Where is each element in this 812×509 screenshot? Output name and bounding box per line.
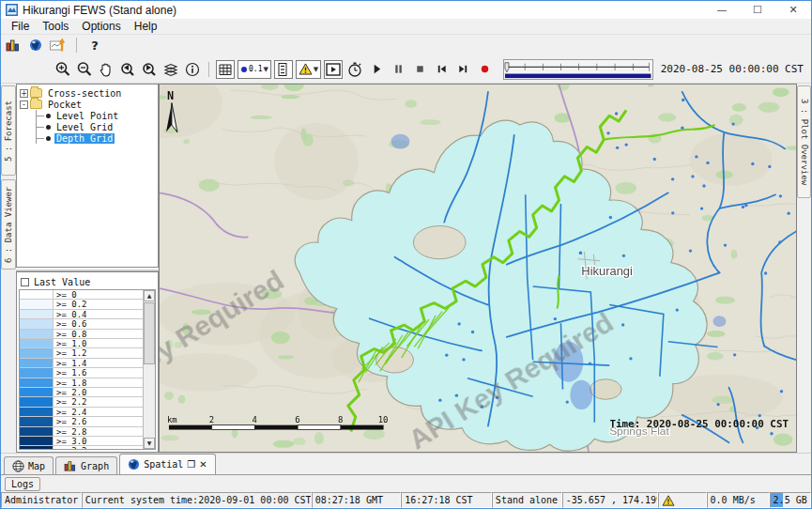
- tab-forecast[interactable]: 5 : Forecast: [1, 85, 16, 176]
- legend-label: >= 1.2: [54, 348, 87, 357]
- tab-maximize-icon[interactable]: ❐: [187, 459, 195, 470]
- layers-icon[interactable]: [161, 60, 180, 79]
- tab-spatial-label: Spatial: [144, 459, 183, 470]
- tree-node-depth-grid[interactable]: Depth Grid: [17, 132, 158, 144]
- play-button[interactable]: [367, 60, 386, 79]
- spatial-display-icon[interactable]: [50, 38, 67, 53]
- legend-row[interactable]: >= 1.2: [20, 348, 143, 358]
- tree-node-level-point[interactable]: Level Point: [17, 110, 158, 121]
- legend-color-swatch: [20, 348, 54, 357]
- legend-color-swatch: [20, 300, 54, 308]
- legend-row[interactable]: >= 1.8: [20, 378, 143, 388]
- tab-map[interactable]: Map: [4, 456, 54, 474]
- legend-row[interactable]: >= 1.0: [20, 339, 143, 348]
- record-button[interactable]: [475, 60, 494, 79]
- class-break-dropdown[interactable]: 0.1▼: [237, 60, 271, 79]
- legend-row[interactable]: >= 0: [20, 290, 143, 300]
- zoom-in-icon[interactable]: [54, 60, 72, 79]
- time-slider-thumb: [505, 62, 509, 71]
- zoom-previous-icon[interactable]: [118, 60, 137, 79]
- legend-row[interactable]: >= 3.2: [20, 446, 143, 450]
- tree-connector: [37, 127, 44, 128]
- legend-row[interactable]: >= 3.0: [20, 437, 143, 446]
- legend-label: >= 3.0: [54, 437, 87, 445]
- last-value-checkbox[interactable]: [21, 278, 29, 286]
- collapse-icon[interactable]: -: [20, 100, 28, 109]
- legend-row[interactable]: >= 2.4: [20, 408, 143, 417]
- close-button[interactable]: ✕: [775, 1, 811, 19]
- menu-options[interactable]: Options: [75, 19, 127, 34]
- scrollbar-thumb[interactable]: [144, 302, 155, 364]
- tree-node-label[interactable]: Cross-section: [46, 88, 123, 99]
- warning-threshold-dropdown[interactable]: ▼: [296, 60, 321, 79]
- title-bar: Hikurangi FEWS (Stand alone) — ☐ ✕: [1, 1, 811, 19]
- menu-help[interactable]: Help: [128, 19, 164, 34]
- tree-node-label[interactable]: Depth Grid: [54, 133, 115, 144]
- tree-node-label[interactable]: Pocket: [46, 100, 84, 110]
- pause-button[interactable]: [389, 60, 407, 79]
- maximize-button[interactable]: ☐: [740, 1, 775, 19]
- status-local-time: 16:27:18 CST: [401, 492, 492, 508]
- wire-globe-icon: [12, 460, 24, 472]
- scroll-down-icon[interactable]: ▼: [144, 438, 155, 449]
- legend-row[interactable]: >= 0.4: [20, 310, 143, 319]
- legend-row[interactable]: >= 2.8: [20, 427, 143, 437]
- tree-node-label[interactable]: Level Point: [54, 111, 120, 121]
- time-slider[interactable]: [503, 59, 652, 80]
- zoom-next-icon[interactable]: [140, 60, 159, 79]
- legend-label: >= 0.4: [54, 310, 87, 318]
- left-panel: + Cross-section - Pocket Level Point: [16, 84, 159, 453]
- tab-close-icon[interactable]: ✕: [199, 459, 207, 470]
- warning-icon: [662, 495, 675, 506]
- legend-row[interactable]: >= 0.6: [20, 319, 143, 329]
- tab-plot-overview[interactable]: 3 : Plot Overview: [797, 85, 811, 198]
- database-display-icon[interactable]: [5, 38, 22, 53]
- tree-node-label[interactable]: Level Grid: [54, 122, 115, 132]
- scroll-up-icon[interactable]: ▲: [144, 290, 155, 301]
- legend-list: >= 0>= 0.2>= 0.4>= 0.6>= 0.8>= 1.0>= 1.2…: [19, 289, 156, 450]
- menu-tools[interactable]: Tools: [36, 19, 75, 34]
- logs-tab[interactable]: Logs: [5, 477, 40, 491]
- tab-spatial[interactable]: Spatial ❐ ✕: [119, 454, 216, 474]
- skip-to-start-button[interactable]: [432, 60, 451, 79]
- zoom-out-icon[interactable]: [75, 60, 94, 79]
- tree-connector: [37, 116, 44, 116]
- stop-button[interactable]: [410, 60, 429, 79]
- tab-graph[interactable]: Graph: [55, 456, 117, 474]
- pan-hand-icon[interactable]: [97, 60, 115, 79]
- minimize-button[interactable]: —: [704, 1, 740, 19]
- svg-text:km: km: [167, 415, 177, 424]
- help-button[interactable]: ?: [86, 38, 103, 53]
- timer-icon[interactable]: [345, 60, 364, 79]
- status-warning[interactable]: [658, 492, 706, 508]
- legend-row[interactable]: >= 0.8: [20, 330, 143, 339]
- bar-chart-icon: [64, 460, 77, 471]
- left-panel-tabs: 5 : Forecast 6 : Data Viewer: [1, 84, 16, 453]
- globe-map-icon[interactable]: [27, 38, 44, 53]
- tree-node-level-grid[interactable]: Level Grid: [17, 121, 158, 132]
- tab-data-viewer[interactable]: 6 : Data Viewer: [1, 179, 16, 270]
- legend-row[interactable]: >= 1.4: [20, 359, 143, 368]
- legend-label: >= 1.8: [54, 378, 87, 387]
- legend-icon[interactable]: [274, 60, 293, 79]
- svg-text:10: 10: [378, 415, 389, 424]
- legend-row[interactable]: >= 0.2: [20, 300, 143, 309]
- chevron-down-icon: ▼: [263, 66, 268, 73]
- legend-scrollbar[interactable]: ▲ ▼: [143, 290, 155, 449]
- legend-row[interactable]: >= 1.6: [20, 368, 143, 378]
- legend-row[interactable]: >= 2.0: [20, 388, 143, 397]
- folder-icon: [30, 88, 42, 98]
- legend-color-swatch: [20, 368, 54, 377]
- tree-node-pocket[interactable]: - Pocket: [17, 99, 158, 110]
- info-icon[interactable]: [183, 60, 202, 79]
- menu-file[interactable]: File: [5, 19, 36, 34]
- skip-to-end-button[interactable]: [453, 60, 472, 79]
- animation-icon[interactable]: [324, 60, 343, 79]
- legend-row[interactable]: >= 2.6: [20, 417, 143, 426]
- grid-display-icon[interactable]: [216, 60, 235, 79]
- status-user: Administrator: [1, 492, 82, 508]
- legend-row[interactable]: >= 2.2: [20, 397, 143, 407]
- map-viewport[interactable]: API Key Required API Key Required Hikura…: [159, 84, 797, 453]
- expand-icon[interactable]: +: [20, 89, 28, 98]
- toolbar-separator: [208, 62, 209, 77]
